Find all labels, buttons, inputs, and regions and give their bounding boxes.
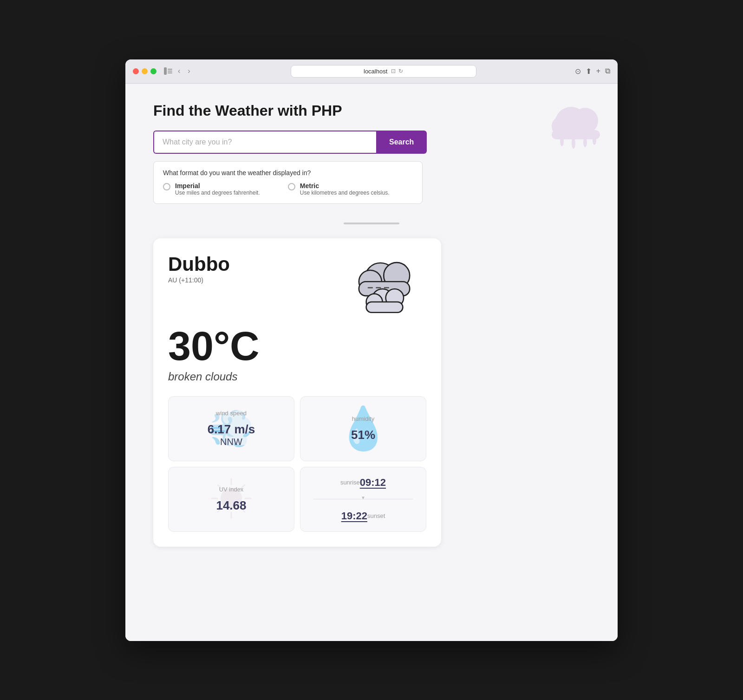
browser-controls: ‹ › <box>164 66 192 76</box>
address-bar[interactable]: localhost ⊡ ↻ <box>291 65 476 78</box>
imperial-desc: Use miles and degrees fahrenheit. <box>175 190 260 196</box>
humidity-value: 51% <box>351 428 375 442</box>
uv-label: UV index <box>219 486 244 493</box>
city-meta: AU (+11:00) <box>168 276 230 284</box>
format-question: What format do you want the weather disp… <box>163 169 413 177</box>
sunrise-row: sunrise 09:12 <box>340 477 386 489</box>
address-icons: ⊡ ↻ <box>391 68 403 74</box>
city-search-input[interactable] <box>153 131 376 154</box>
svg-point-5 <box>572 108 598 134</box>
download-icon[interactable]: ⊙ <box>575 67 581 76</box>
traffic-light-fullscreen[interactable] <box>150 68 156 74</box>
wind-speed-label: wind speed <box>216 410 247 417</box>
imperial-radio[interactable] <box>163 183 170 190</box>
metric-desc: Use kilometres and degrees celsius. <box>300 190 390 196</box>
svg-rect-3 <box>168 72 172 73</box>
stats-grid: wind speed 💨 6.17 m/s NNW humidity 💧 51%… <box>168 396 426 532</box>
imperial-option[interactable]: Imperial Use miles and degrees fahrenhei… <box>163 182 260 196</box>
metric-radio[interactable] <box>288 183 295 190</box>
section-divider <box>344 222 399 224</box>
city-info: Dubbo AU (+11:00) <box>168 253 230 284</box>
city-name: Dubbo <box>168 253 230 275</box>
svg-rect-22 <box>366 302 403 313</box>
sunrise-time: 09:12 <box>360 477 386 489</box>
weather-icon <box>343 253 426 318</box>
humidity-card: humidity 💧 51% <box>300 396 426 461</box>
metric-label: Metric <box>300 182 390 190</box>
sunrise-label: sunrise <box>340 479 360 486</box>
traffic-light-minimize[interactable] <box>142 68 148 74</box>
svg-point-9 <box>572 137 575 149</box>
sunset-label: sunset <box>367 512 385 519</box>
temperature-display: 30°C <box>168 326 426 366</box>
uv-value: 14.68 <box>216 498 246 513</box>
wind-direction-value: NNW <box>220 437 242 447</box>
address-text: localhost <box>364 68 387 75</box>
svg-point-11 <box>593 137 596 145</box>
metric-option[interactable]: Metric Use kilometres and degrees celsiu… <box>288 182 390 196</box>
svg-point-8 <box>560 137 564 146</box>
sunset-time: 19:22 <box>341 510 367 522</box>
sun-card: sunrise 09:12 19:22 sunset <box>300 467 426 532</box>
uv-index-card: UV index <box>168 467 294 532</box>
humidity-label: humidity <box>352 415 374 422</box>
weather-card: Dubbo AU (+11:00) <box>153 238 441 547</box>
decorative-cloud <box>548 98 604 153</box>
browser-actions: ⊙ ⬆ + ⧉ <box>575 67 610 76</box>
back-button[interactable]: ‹ <box>176 66 182 76</box>
page-title: Find the Weather with PHP <box>153 102 590 119</box>
traffic-light-close[interactable] <box>133 68 139 74</box>
sunset-row: 19:22 sunset <box>341 510 385 522</box>
format-options: Imperial Use miles and degrees fahrenhei… <box>163 182 413 196</box>
search-button[interactable]: Search <box>376 131 427 154</box>
traffic-lights <box>133 68 156 74</box>
svg-rect-7 <box>552 130 600 139</box>
search-bar: Search <box>153 131 590 154</box>
svg-rect-2 <box>168 71 172 72</box>
svg-point-10 <box>583 137 587 147</box>
page-content: Find the Weather with PHP Search What fo… <box>125 84 618 641</box>
wind-speed-value: 6.17 m/s <box>208 422 255 437</box>
weather-header: Dubbo AU (+11:00) <box>168 253 426 318</box>
reload-icon[interactable]: ↻ <box>398 68 403 74</box>
wind-speed-card: wind speed 💨 6.17 m/s NNW <box>168 396 294 461</box>
sidebar-toggle-icon[interactable] <box>164 67 172 75</box>
format-box: What format do you want the weather disp… <box>153 161 423 204</box>
reader-mode-icon: ⊡ <box>391 68 396 74</box>
tabs-icon[interactable]: ⧉ <box>605 67 610 75</box>
forward-button[interactable]: › <box>186 66 192 76</box>
sun-divider <box>313 499 413 499</box>
imperial-label: Imperial <box>175 182 260 190</box>
new-tab-icon[interactable]: + <box>596 67 600 75</box>
svg-rect-1 <box>168 69 172 70</box>
browser-chrome: ‹ › localhost ⊡ ↻ ⊙ ⬆ + ⧉ <box>125 59 618 84</box>
svg-rect-0 <box>164 67 167 75</box>
browser-window: ‹ › localhost ⊡ ↻ ⊙ ⬆ + ⧉ <box>125 59 618 641</box>
share-icon[interactable]: ⬆ <box>586 67 592 76</box>
weather-description: broken clouds <box>168 370 426 383</box>
